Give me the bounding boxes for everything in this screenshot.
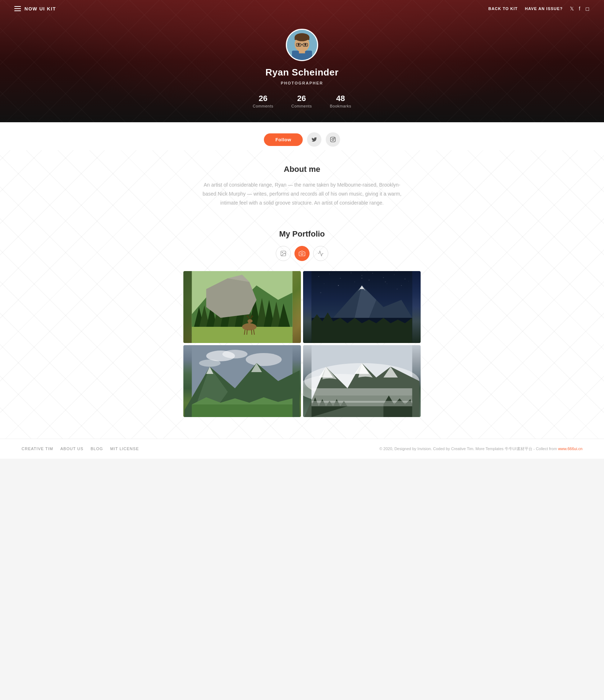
svg-marker-66 <box>358 285 366 291</box>
footer-link-creative-tim[interactable]: CREATIVE TIM <box>22 447 53 451</box>
svg-marker-65 <box>355 285 376 318</box>
misty-svg <box>303 345 421 417</box>
stat-label-comments1: Comments <box>253 104 273 108</box>
night-svg <box>303 271 421 343</box>
stats-row: 26 Comments 26 Comments 48 Bookmarks <box>253 94 351 108</box>
svg-point-57 <box>338 285 339 286</box>
svg-point-71 <box>246 353 282 366</box>
svg-point-52 <box>372 273 373 274</box>
svg-point-58 <box>354 282 355 282</box>
navbar: NOW UI KIT BACK TO KIT HAVE AN ISSUE? 𝕏 … <box>0 0 604 17</box>
twitter-follow-icon <box>311 137 317 142</box>
user-name: Ryan Scheinder <box>265 67 339 78</box>
footer-copyright-text: © 2020, Designed by Invision. Coded by C… <box>379 447 504 451</box>
stat-number-comments1: 26 <box>258 94 267 103</box>
portfolio-grid <box>183 271 421 417</box>
portfolio-item-valley[interactable] <box>183 345 301 417</box>
svg-rect-46 <box>312 271 412 343</box>
footer-copyright: © 2020, Designed by Invision. Coded by C… <box>379 446 582 452</box>
about-title: About me <box>201 165 403 174</box>
portfolio-item-misty[interactable] <box>303 345 421 417</box>
back-to-kit-link[interactable]: BACK TO KIT <box>488 6 518 11</box>
stat-comments1: 26 Comments <box>253 94 273 108</box>
main-content: About me An artist of considerable range… <box>0 150 604 439</box>
svg-point-49 <box>340 278 341 279</box>
camera-icon <box>299 250 305 257</box>
svg-line-43 <box>247 330 247 335</box>
portfolio-item-forest[interactable] <box>183 271 301 343</box>
photos-icon <box>280 250 287 257</box>
stat-number-bookmarks: 48 <box>336 94 345 103</box>
svg-point-50 <box>351 273 352 273</box>
about-text: An artist of considerable range, Ryan — … <box>201 180 403 208</box>
svg-point-15 <box>282 252 283 253</box>
svg-point-59 <box>369 280 370 280</box>
svg-rect-78 <box>192 404 293 417</box>
instagram-follow-button[interactable] <box>326 132 340 147</box>
svg-point-16 <box>301 252 303 255</box>
navbar-left: NOW UI KIT <box>14 6 56 12</box>
stat-label-bookmarks: Bookmarks <box>330 104 351 108</box>
facebook-icon[interactable]: f <box>579 6 580 12</box>
svg-point-47 <box>319 276 319 277</box>
footer: CREATIVE TIM ABOUT US BLOG MIT LICENSE ©… <box>0 439 604 459</box>
hero-section: Ryan Scheinder PHOTOGRAPHER 26 Comments … <box>0 0 604 122</box>
follow-button[interactable]: Follow <box>264 133 303 146</box>
stat-number-comments2: 26 <box>297 94 306 103</box>
svg-point-72 <box>199 360 221 367</box>
svg-point-56 <box>324 283 324 284</box>
navbar-right: BACK TO KIT HAVE AN ISSUE? 𝕏 f ◻ <box>488 6 590 12</box>
twitter-follow-button[interactable] <box>307 132 321 147</box>
instagram-icon[interactable]: ◻ <box>585 6 590 12</box>
svg-point-9 <box>298 43 300 46</box>
filter-tab-photos[interactable] <box>276 246 291 261</box>
svg-marker-67 <box>312 312 412 343</box>
footer-left-links: CREATIVE TIM ABOUT US BLOG MIT LICENSE <box>22 447 139 451</box>
footer-link-about-us[interactable]: ABOUT US <box>60 447 83 451</box>
footer-brand-link[interactable]: www.666ui.cn <box>558 447 582 451</box>
svg-line-44 <box>252 330 252 335</box>
avatar-svg <box>287 29 317 61</box>
svg-point-51 <box>362 275 362 276</box>
footer-link-blog[interactable]: BLOG <box>91 447 103 451</box>
svg-point-48 <box>329 274 330 274</box>
user-title: PHOTOGRAPHER <box>281 81 323 85</box>
hamburger-menu[interactable] <box>14 6 21 11</box>
valley-svg <box>183 345 301 417</box>
about-section: About me An artist of considerable range… <box>194 150 410 215</box>
filter-tab-activity[interactable] <box>313 246 328 261</box>
svg-point-12 <box>332 138 334 140</box>
svg-point-37 <box>248 319 253 323</box>
svg-point-60 <box>387 283 387 284</box>
filter-tab-camera[interactable] <box>294 246 310 261</box>
portfolio-item-night[interactable] <box>303 271 421 343</box>
hero-content: Ryan Scheinder PHOTOGRAPHER 26 Comments … <box>253 29 351 108</box>
instagram-follow-icon <box>330 137 336 142</box>
svg-point-53 <box>383 277 384 278</box>
svg-point-70 <box>223 350 248 358</box>
svg-point-54 <box>394 274 395 275</box>
have-issue-link[interactable]: HAVE AN ISSUE? <box>525 6 563 11</box>
svg-point-10 <box>305 43 307 46</box>
footer-brand-prefix: 牛牛UI素材平台 - Collect from <box>505 447 558 451</box>
portfolio-section: My Portfolio <box>0 215 604 424</box>
twitter-icon[interactable]: 𝕏 <box>570 6 574 12</box>
activity-icon <box>317 250 324 257</box>
portfolio-title: My Portfolio <box>7 229 597 239</box>
svg-point-13 <box>334 138 334 138</box>
stat-bookmarks: 48 Bookmarks <box>330 94 351 108</box>
stat-comments2: 26 Comments <box>291 94 312 108</box>
filter-tabs <box>7 246 597 261</box>
svg-point-62 <box>408 281 409 281</box>
svg-point-55 <box>405 279 406 279</box>
brand-label: NOW UI KIT <box>24 6 56 12</box>
svg-marker-64 <box>333 285 412 318</box>
avatar <box>286 29 318 61</box>
svg-rect-5 <box>294 37 309 40</box>
forest-svg <box>183 271 301 343</box>
footer-link-mit[interactable]: MIT LICENSE <box>110 447 139 451</box>
svg-rect-34 <box>192 327 293 343</box>
stat-label-comments2: Comments <box>291 104 312 108</box>
svg-rect-63 <box>312 271 412 318</box>
follow-section: Follow <box>0 122 604 150</box>
